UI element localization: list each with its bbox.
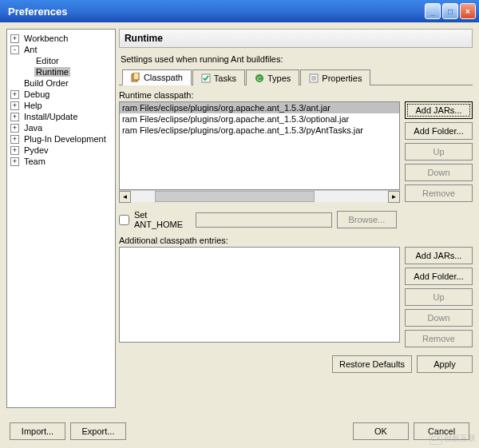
- page-footer-row: Restore Defaults Apply: [119, 355, 473, 373]
- set-ant-home-label: Set ANT_HOME: [134, 210, 191, 229]
- tree-item-label: Editor: [34, 56, 61, 65]
- tree-item-label: Help: [22, 101, 44, 110]
- tab-types[interactable]: CTypes: [246, 69, 299, 85]
- tree-item-help[interactable]: +Help: [9, 100, 113, 111]
- watermark-text: 创新互联: [444, 434, 476, 442]
- tab-bar: ClasspathTasksCTypesProperties: [119, 69, 473, 85]
- expand-icon[interactable]: +: [10, 135, 19, 144]
- close-button[interactable]: ×: [460, 3, 476, 19]
- expand-icon[interactable]: +: [10, 90, 19, 99]
- add-jars-button-2[interactable]: Add JARs...: [405, 247, 473, 264]
- main-split: +Workbench-AntEditorRuntimeBuild Order+D…: [6, 29, 473, 408]
- tree-item-runtime[interactable]: Runtime: [9, 66, 113, 77]
- collapse-icon[interactable]: -: [10, 46, 19, 54]
- types-icon: C: [255, 73, 264, 83]
- scroll-track[interactable]: [131, 191, 388, 202]
- browse-button[interactable]: Browse...: [337, 211, 397, 228]
- ant-home-field[interactable]: [196, 212, 332, 228]
- add-folder-button[interactable]: Add Folder...: [405, 122, 473, 140]
- preference-tree[interactable]: +Workbench-AntEditorRuntimeBuild Order+D…: [6, 29, 116, 408]
- add-folder-button-2[interactable]: Add Folder...: [405, 268, 473, 285]
- window-title: Preferences: [8, 6, 67, 18]
- list-item[interactable]: ram Files/eclipse/plugins/org.apache.ant…: [120, 102, 399, 113]
- export-button[interactable]: Export...: [70, 422, 126, 440]
- tree-item-label: Pydev: [22, 145, 50, 155]
- additional-button-column: Add JARs... Add Folder... Up Down Remove: [405, 247, 473, 347]
- tasks-icon: [201, 73, 211, 83]
- list-item[interactable]: ram Files/eclipse/plugins/org.apache.ant…: [120, 125, 399, 136]
- tree-item-label: Debug: [22, 89, 51, 99]
- runtime-button-column: Add JARs... Add Folder... Up Down Remove: [405, 101, 473, 202]
- maximize-button[interactable]: □: [442, 3, 458, 19]
- tab-classpath[interactable]: Classpath: [122, 69, 192, 85]
- tree-item-editor[interactable]: Editor: [9, 55, 113, 66]
- tree-item-label: Java: [22, 123, 44, 133]
- import-button[interactable]: Import...: [10, 422, 65, 440]
- apply-button[interactable]: Apply: [417, 355, 473, 373]
- tree-item-debug[interactable]: +Debug: [9, 89, 113, 100]
- dialog-body: +Workbench-AntEditorRuntimeBuild Order+D…: [0, 22, 479, 448]
- down-button[interactable]: Down: [405, 164, 473, 181]
- tree-item-java[interactable]: +Java: [9, 122, 113, 133]
- scroll-right-icon[interactable]: ►: [388, 191, 400, 203]
- titlebar-buttons: _ □ ×: [425, 3, 476, 19]
- tree-item-label: Install/Update: [22, 112, 79, 121]
- add-jars-button[interactable]: Add JARs...: [405, 101, 473, 119]
- up-button-2[interactable]: Up: [405, 288, 473, 306]
- tree-item-label: Plug-In Development: [22, 134, 108, 144]
- tree-dash-icon: [10, 79, 19, 88]
- runtime-classpath-listbox[interactable]: ram Files/eclipse/plugins/org.apache.ant…: [119, 101, 400, 190]
- tree-item-label: Ant: [22, 45, 39, 54]
- watermark: CX创新互联: [430, 432, 476, 445]
- expand-icon[interactable]: +: [10, 101, 19, 110]
- remove-button-2[interactable]: Remove: [405, 330, 473, 347]
- ok-button[interactable]: OK: [353, 422, 409, 440]
- page-title: Runtime: [119, 29, 473, 48]
- runtime-classpath-listbox-container: ram Files/eclipse/plugins/org.apache.ant…: [119, 101, 400, 202]
- watermark-icon: CX: [430, 432, 442, 445]
- tree-dash-icon: [22, 68, 31, 77]
- tree-item-plug-in-development[interactable]: +Plug-In Development: [9, 133, 113, 145]
- down-button-2[interactable]: Down: [405, 309, 473, 327]
- tree-item-ant[interactable]: -Ant: [9, 44, 113, 55]
- tree-item-pydev[interactable]: +Pydev: [9, 145, 113, 156]
- tree-item-build-order[interactable]: Build Order: [9, 77, 113, 89]
- scroll-left-icon[interactable]: ◄: [119, 191, 131, 203]
- up-button[interactable]: Up: [405, 143, 473, 161]
- scroll-thumb[interactable]: [155, 191, 315, 202]
- svg-text:C: C: [257, 75, 262, 82]
- expand-icon[interactable]: +: [10, 34, 19, 43]
- additional-classpath-section: Add JARs... Add Folder... Up Down Remove: [119, 247, 473, 347]
- expand-icon[interactable]: +: [10, 146, 19, 155]
- restore-defaults-button[interactable]: Restore Defaults: [332, 355, 412, 373]
- ant-home-row: Set ANT_HOME Browse...: [119, 210, 473, 229]
- remove-button[interactable]: Remove: [405, 184, 473, 202]
- tree-item-team[interactable]: +Team: [9, 156, 113, 167]
- additional-classpath-listbox[interactable]: [119, 247, 400, 343]
- horizontal-scrollbar[interactable]: ◄ ►: [119, 190, 400, 202]
- titlebar: Preferences _ □ ×: [0, 0, 479, 22]
- list-item[interactable]: ram Files/eclipse/plugins/org.apache.ant…: [120, 113, 399, 125]
- tree-item-label: Runtime: [34, 67, 70, 77]
- tree-item-label: Team: [22, 157, 47, 166]
- expand-icon[interactable]: +: [10, 113, 19, 121]
- dialog-footer: Import... Export... OK Cancel: [10, 422, 469, 440]
- properties-icon: [309, 73, 319, 83]
- minimize-button[interactable]: _: [425, 3, 441, 19]
- svg-rect-1: [133, 73, 139, 80]
- tree-item-label: Workbench: [22, 34, 69, 43]
- classpath-icon: [131, 73, 141, 82]
- tab-label: Properties: [322, 73, 362, 83]
- expand-icon[interactable]: +: [10, 157, 19, 166]
- tree-dash-icon: [22, 57, 31, 65]
- tab-label: Classpath: [144, 73, 183, 82]
- footer-left: Import... Export...: [10, 422, 126, 440]
- tab-tasks[interactable]: Tasks: [192, 69, 245, 85]
- expand-icon[interactable]: +: [10, 124, 19, 133]
- set-ant-home-checkbox[interactable]: [119, 215, 129, 225]
- tree-item-install-update[interactable]: +Install/Update: [9, 111, 113, 122]
- tab-properties[interactable]: Properties: [300, 69, 370, 85]
- page-description: Settings used when running Ant buildfile…: [119, 54, 473, 69]
- tree-item-workbench[interactable]: +Workbench: [9, 33, 113, 44]
- tree-item-label: Build Order: [22, 78, 70, 88]
